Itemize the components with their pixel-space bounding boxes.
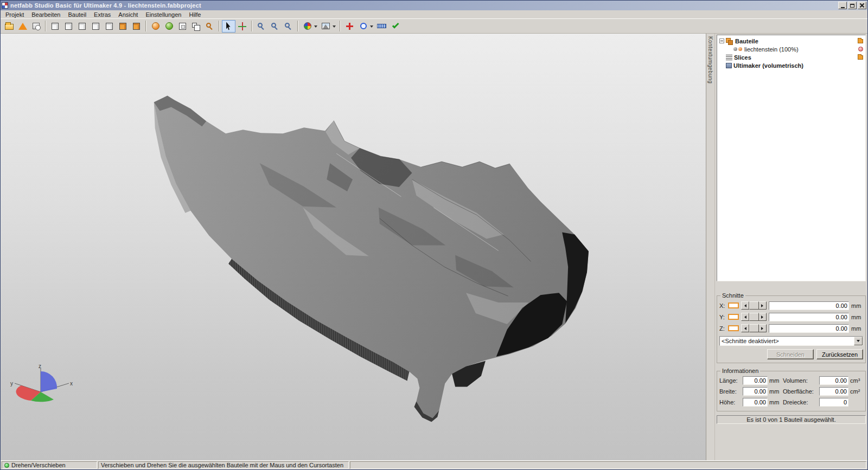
tree-row-liechtenstein-100[interactable]: liechtenstein (100%) [718, 45, 864, 53]
edit-tool-button[interactable] [356, 20, 375, 33]
side-panel-content: Bauteileliechtenstein (100%)SlicesUltima… [715, 34, 867, 460]
slice-slider-z[interactable] [741, 324, 767, 332]
folder-orange-icon[interactable] [858, 39, 863, 43]
slider-thumb[interactable] [749, 324, 759, 332]
oberflaeche-value-input[interactable] [819, 387, 848, 396]
menu-item-projekt[interactable]: Projekt [2, 11, 28, 18]
measure-tool-button[interactable] [375, 20, 388, 33]
slice-value-input-x[interactable] [769, 301, 849, 310]
breite-label: Breite: [719, 388, 741, 395]
slice-value-input-y[interactable] [769, 313, 849, 321]
tree-row-ultimaker-volumetrisch[interactable]: Ultimaker (volumetrisch) [718, 61, 864, 69]
slider-thumb[interactable] [749, 313, 759, 321]
color-wheel-button[interactable] [301, 20, 319, 33]
dropdown-arrow-button[interactable] [854, 337, 863, 345]
menu-item-extras[interactable]: Extras [90, 11, 114, 18]
tree-indent [719, 63, 724, 68]
schnitte-dropdown-row: <Schnitte deaktiviert> [719, 336, 863, 346]
shading-sphere-green-button[interactable] [162, 20, 176, 33]
slider-left-button[interactable] [741, 313, 749, 321]
unit-label: mm [851, 302, 863, 309]
window-title: netfabb Studio Basic für Ultimaker 4.9 -… [10, 2, 201, 9]
menu-item-ansicht[interactable]: Ansicht [114, 11, 142, 18]
slice-color-swatch-x[interactable] [728, 302, 739, 308]
single-platform-button[interactable] [176, 20, 189, 33]
toolbar-separator [251, 21, 252, 31]
zuruecksetzen-button[interactable]: Zurücksetzen [816, 349, 863, 359]
schnitte-mode-select[interactable]: <Schnitte deaktiviert> [719, 336, 863, 346]
shading-sphere-button[interactable] [149, 20, 162, 33]
folder-orange-icon[interactable] [858, 55, 863, 60]
part-pyramid-button[interactable] [16, 20, 29, 33]
view-bottom-icon [133, 23, 140, 30]
project-clock-button[interactable] [29, 20, 43, 33]
breite-value-input[interactable] [743, 387, 768, 396]
dropdown-caret-icon[interactable] [314, 25, 317, 29]
slider-thumb[interactable] [749, 301, 759, 310]
tree-row-bauteile[interactable]: Bauteile [718, 37, 864, 45]
slider-left-button[interactable] [741, 324, 749, 332]
slider-track[interactable] [749, 313, 758, 321]
texture-view-button[interactable] [319, 20, 337, 33]
menu-item-bauteil[interactable]: Bauteil [64, 11, 90, 18]
slice-color-swatch-z[interactable] [728, 325, 739, 331]
dropdown-caret-icon[interactable] [333, 25, 336, 29]
slider-right-button[interactable] [758, 324, 767, 332]
volumen-value-input[interactable] [819, 376, 848, 385]
close-button[interactable] [858, 2, 866, 9]
tree-row-slices[interactable]: Slices [718, 53, 864, 61]
viewport-3d[interactable]: x y z [1, 34, 706, 460]
minimize-button[interactable] [838, 2, 847, 9]
slider-right-button[interactable] [758, 313, 767, 321]
schnitte-mode-value: <Schnitte deaktiviert> [720, 338, 854, 344]
open-project-button[interactable] [2, 20, 16, 33]
view-isometric-button[interactable] [48, 20, 62, 33]
view-front-button[interactable] [62, 20, 75, 33]
slice-value-input-z[interactable] [769, 324, 849, 333]
slider-right-button[interactable] [758, 301, 767, 310]
slice-color-swatch-y[interactable] [728, 314, 739, 320]
menu-item-bearbeiten[interactable]: Bearbeiten [28, 11, 64, 18]
slider-left-button[interactable] [741, 301, 749, 310]
slice-slider-y[interactable] [741, 313, 767, 321]
zoom-to-fit-button[interactable] [203, 20, 216, 33]
shading-sphere-icon [152, 22, 159, 30]
toolbar [1, 19, 867, 34]
slider-track[interactable] [749, 324, 758, 332]
tree-expander-icon[interactable] [719, 38, 724, 43]
dropdown-caret-icon[interactable] [370, 25, 373, 29]
schneiden-button[interactable]: Schneiden [767, 349, 814, 359]
slider-track[interactable] [749, 301, 758, 310]
tree-label: liechtenstein (100%) [744, 46, 799, 53]
dreiecke-value-input[interactable] [819, 398, 848, 407]
view-back-button[interactable] [75, 20, 89, 33]
zoom-in-button[interactable] [254, 20, 268, 33]
status-hint-cell: Verschieben und Drehen Sie die ausgewähl… [98, 461, 349, 469]
view-top-button[interactable] [116, 20, 130, 33]
volumen-label: Volumen: [783, 377, 818, 384]
repair-add-button[interactable] [343, 20, 356, 33]
hoehe-value-input[interactable] [743, 398, 768, 407]
minimize-icon [841, 7, 845, 8]
zoom-out-button[interactable] [282, 20, 295, 33]
close-icon [859, 3, 865, 8]
shading-sphere-green-icon [165, 22, 173, 30]
context-tab[interactable]: Kontextumgebung [706, 34, 715, 460]
remove-red-icon[interactable] [858, 47, 863, 51]
menu-item-einstellungen[interactable]: Einstellungen [142, 11, 185, 18]
zoom-window-button[interactable] [268, 20, 282, 33]
maximize-button[interactable] [848, 2, 857, 9]
view-left-button[interactable] [89, 20, 103, 33]
laenge-value-input[interactable] [743, 376, 768, 385]
terrain-model[interactable] [1, 34, 706, 460]
rotate-tool-button[interactable] [235, 20, 249, 33]
select-cursor-icon [226, 22, 232, 30]
view-bottom-button[interactable] [130, 20, 143, 33]
select-cursor-button[interactable] [222, 20, 235, 33]
validate-check-button[interactable] [388, 20, 402, 33]
menu-item-hilfe[interactable]: Hilfe [185, 11, 205, 18]
title-bar: netfabb Studio Basic für Ultimaker 4.9 -… [1, 1, 867, 10]
slice-slider-x[interactable] [741, 301, 767, 310]
view-right-button[interactable] [103, 20, 116, 33]
multi-platform-button[interactable] [189, 20, 203, 33]
